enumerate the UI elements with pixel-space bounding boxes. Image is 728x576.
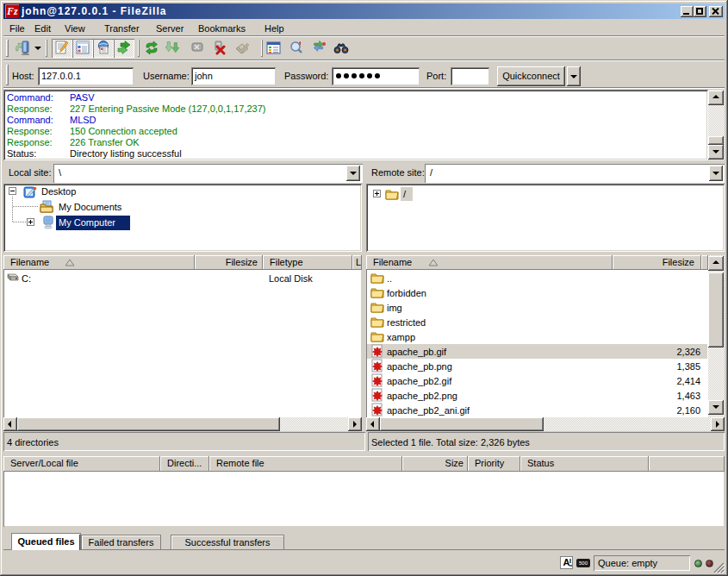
svg-text:Fz: Fz xyxy=(6,5,18,17)
